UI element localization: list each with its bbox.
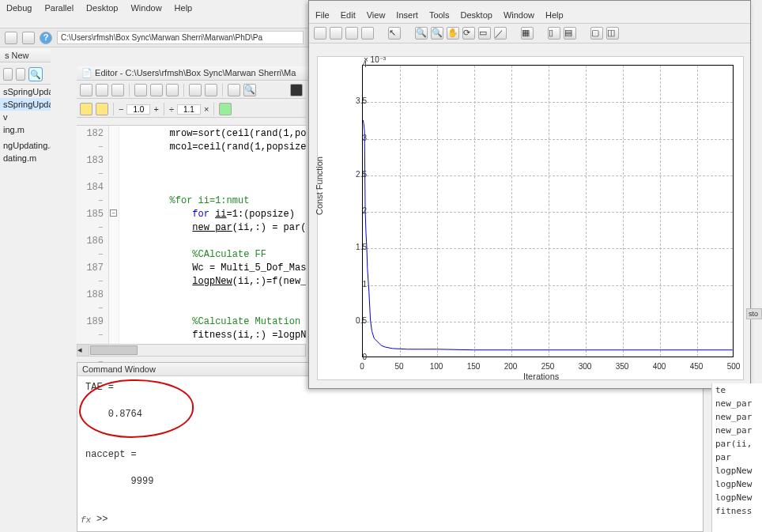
- fig-menu-insert[interactable]: Insert: [396, 10, 418, 20]
- divide-button[interactable]: ÷: [169, 104, 174, 114]
- cut-icon[interactable]: [22, 32, 35, 44]
- workspace-var[interactable]: logpNew: [712, 477, 762, 491]
- open-icon[interactable]: [96, 84, 108, 96]
- fig-menu-help[interactable]: Help: [545, 10, 564, 20]
- zoom-in-icon[interactable]: 🔍: [415, 27, 428, 40]
- workspace-var[interactable]: new_par: [712, 397, 762, 410]
- save-icon[interactable]: [111, 84, 124, 96]
- workspace-var[interactable]: new_par: [712, 410, 762, 424]
- nav-icon[interactable]: [3, 68, 13, 81]
- scroll-left-arrow[interactable]: ◂: [77, 345, 89, 356]
- step-value-2[interactable]: [177, 104, 201, 115]
- command-prompt[interactable]: >>: [96, 514, 108, 525]
- fig-menu-desktop[interactable]: Desktop: [461, 10, 492, 20]
- legend-icon[interactable]: ▤: [564, 27, 576, 40]
- search-strip: 🔍: [0, 65, 51, 85]
- code-text[interactable]: mrow=sort(ceil(rand(1,pop mcol=ceil(rand…: [119, 126, 306, 354]
- new-file-icon[interactable]: [80, 84, 92, 96]
- cell-icon[interactable]: [80, 103, 92, 115]
- figure-toolbar: ↖ 🔍 🔍 ✋ ⟳ ▭ ／ ▦ ▯ ▤ ▢ ◫: [309, 23, 750, 43]
- figure-titlebar[interactable]: [309, 1, 750, 7]
- workspace-var[interactable]: new_par: [712, 424, 762, 437]
- line-gutter: 182 –183 –184 –185 –186 –187 –188 –189 –…: [77, 126, 109, 354]
- workspace-panel[interactable]: tenew_parnew_parnew_parpar(ii,parlogpNew…: [711, 383, 762, 532]
- rotate-icon[interactable]: ⟳: [462, 27, 475, 40]
- brush-icon[interactable]: ／: [494, 27, 507, 40]
- help-icon[interactable]: ?: [40, 32, 52, 44]
- menu-desktop[interactable]: Desktop: [86, 3, 118, 13]
- file-item[interactable]: ngUpdating.asv: [0, 139, 51, 152]
- editor-toolbar-1: 🔍: [77, 82, 306, 99]
- datacursor-icon[interactable]: ▭: [478, 27, 491, 40]
- y-axis-label: Const Function: [315, 157, 324, 215]
- fig-menu-window[interactable]: Window: [504, 10, 534, 20]
- print-icon[interactable]: [228, 84, 240, 96]
- minus-button[interactable]: −: [119, 104, 123, 114]
- file-item[interactable]: sSpringUpdati..: [0, 85, 51, 98]
- fig-save-icon[interactable]: [345, 27, 358, 40]
- whatsnew-title: s New: [0, 49, 51, 62]
- doc-icon: 📄: [81, 68, 92, 77]
- fold-column[interactable]: −: [109, 126, 119, 354]
- file-item[interactable]: sSpringUpdati..: [0, 98, 51, 111]
- workspace-var[interactable]: logpNew: [712, 491, 762, 504]
- menu-debug[interactable]: Debug: [6, 3, 32, 13]
- address-bar[interactable]: C:\Users\rfmsh\Box Sync\Marwan Sherri\Ma…: [57, 31, 304, 44]
- menu-help[interactable]: Help: [175, 3, 193, 13]
- workspace-var[interactable]: fitness: [712, 504, 762, 518]
- file-item[interactable]: dating.m: [0, 152, 51, 164]
- plot-area: [362, 65, 734, 357]
- fig-menu-tools[interactable]: Tools: [429, 10, 450, 20]
- file-item[interactable]: ing.m: [0, 123, 51, 136]
- plus-button[interactable]: +: [153, 104, 158, 114]
- fig-menu-view[interactable]: View: [367, 10, 386, 20]
- workspace-var[interactable]: te: [712, 383, 762, 397]
- opt-icon[interactable]: [219, 103, 232, 115]
- step-value-1[interactable]: [126, 104, 150, 115]
- binoculars-icon[interactable]: [290, 84, 303, 96]
- undo-icon[interactable]: [189, 84, 202, 96]
- redo-icon[interactable]: [205, 84, 217, 96]
- file-list: sSpringUpdati.. sSpringUpdati.. v ing.m …: [0, 85, 51, 164]
- hide-icon[interactable]: ▢: [590, 27, 603, 40]
- paste-icon[interactable]: [166, 84, 179, 96]
- folder-icon[interactable]: [5, 32, 17, 44]
- fig-menu-file[interactable]: File: [315, 10, 330, 20]
- copy-icon[interactable]: [150, 84, 163, 96]
- times-button[interactable]: ×: [204, 104, 209, 114]
- fx-icon[interactable]: fx: [81, 515, 91, 525]
- pointer-icon[interactable]: ↖: [388, 27, 401, 40]
- search-icon[interactable]: 🔍: [28, 67, 43, 81]
- workspace-var[interactable]: par(ii,: [712, 437, 762, 451]
- fig-new-icon[interactable]: [314, 27, 326, 40]
- workspace-var[interactable]: par: [712, 451, 762, 464]
- menu-parallel[interactable]: Parallel: [44, 3, 74, 13]
- cell2-icon[interactable]: [96, 103, 108, 115]
- scroll-thumb[interactable]: [90, 345, 138, 355]
- editor-toolbar-2: − + ÷ ×: [77, 101, 306, 118]
- cut-icon[interactable]: [134, 84, 147, 96]
- figure-menubar: File Edit View Insert Tools Desktop Wind…: [309, 7, 750, 23]
- fig-print-icon[interactable]: [361, 27, 374, 40]
- y-exponent: × 10⁻³: [364, 55, 386, 64]
- workspace-var[interactable]: logpNew: [712, 464, 762, 477]
- fig-open-icon[interactable]: [330, 27, 342, 40]
- file-item[interactable]: v: [0, 111, 51, 123]
- history-button[interactable]: sto: [746, 308, 762, 319]
- main-menubar: Debug Parallel Desktop Window Help: [0, 0, 198, 16]
- menu-window[interactable]: Window: [130, 3, 161, 13]
- colorbar-icon[interactable]: ▯: [548, 27, 560, 40]
- figure-window: File Edit View Insert Tools Desktop Wind…: [308, 0, 751, 389]
- link-icon[interactable]: ▦: [521, 27, 534, 40]
- pan-icon[interactable]: ✋: [447, 27, 459, 40]
- code-editor[interactable]: 182 –183 –184 –185 –186 –187 –188 –189 –…: [77, 125, 306, 354]
- zoom-out-icon[interactable]: 🔍: [431, 27, 443, 40]
- fig-menu-edit[interactable]: Edit: [341, 10, 356, 20]
- find-icon[interactable]: 🔍: [243, 84, 256, 96]
- command-window-body[interactable]: TAE = 0.8764 naccept = 9999 fx >>: [77, 376, 703, 526]
- nav2-icon[interactable]: [16, 68, 25, 81]
- dock-icon[interactable]: ◫: [606, 27, 619, 40]
- editor-hscrollbar[interactable]: ◂: [77, 344, 306, 357]
- x-axis-label: Iterations: [523, 372, 559, 381]
- main-toolbar: ? C:\Users\rfmsh\Box Sync\Marwan Sherri\…: [0, 28, 308, 47]
